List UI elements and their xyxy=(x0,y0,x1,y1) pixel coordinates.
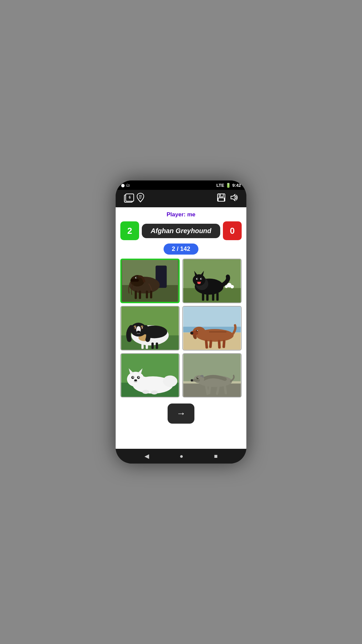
svg-point-35 xyxy=(197,282,201,284)
next-arrow-icon: → xyxy=(176,408,186,419)
svg-point-80 xyxy=(138,376,139,377)
back-nav-icon[interactable]: ◀ xyxy=(144,452,149,460)
status-left: ⬤ 🗂 xyxy=(121,183,130,187)
svg-rect-58 xyxy=(183,307,241,330)
correct-score: 2 xyxy=(120,221,139,240)
svg-point-25 xyxy=(225,285,228,288)
dog-tag-icon[interactable] xyxy=(136,193,145,205)
svg-point-74 xyxy=(163,375,177,387)
svg-rect-39 xyxy=(216,293,219,301)
player-label: Player: me xyxy=(167,211,195,218)
image-option-2[interactable] xyxy=(182,259,242,303)
svg-point-32 xyxy=(197,278,198,279)
image-option-5[interactable] xyxy=(120,353,180,398)
svg-point-66 xyxy=(190,332,193,334)
lte-label: LTE xyxy=(216,183,224,188)
image-option-3[interactable] xyxy=(120,306,180,351)
question-label: Afghan Greyhound xyxy=(142,224,220,238)
status-right: LTE 🔋 9:42 xyxy=(216,183,241,188)
svg-rect-14 xyxy=(130,279,139,282)
svg-rect-18 xyxy=(139,290,141,299)
home-nav-icon[interactable]: ● xyxy=(180,453,183,460)
svg-point-85 xyxy=(151,390,158,394)
svg-rect-19 xyxy=(146,290,148,298)
svg-rect-6 xyxy=(220,194,221,196)
menu-nav-icon[interactable]: ■ xyxy=(214,453,218,460)
progress-badge: 2 / 142 xyxy=(164,244,198,255)
svg-rect-37 xyxy=(206,293,208,301)
main-content: Player: me 2 Afghan Greyhound 0 2 / 142 xyxy=(116,207,246,449)
svg-rect-38 xyxy=(212,293,215,301)
svg-point-64 xyxy=(197,330,198,331)
svg-rect-54 xyxy=(141,342,144,349)
svg-point-51 xyxy=(135,327,136,328)
svg-point-34 xyxy=(201,278,202,279)
wrong-score: 0 xyxy=(223,221,242,240)
image-grid xyxy=(120,259,242,397)
svg-point-81 xyxy=(134,379,137,381)
clock: 9:42 xyxy=(232,183,241,188)
svg-rect-36 xyxy=(202,293,204,301)
svg-rect-20 xyxy=(150,290,153,298)
toolbar-right xyxy=(217,193,238,204)
svg-text:6: 6 xyxy=(129,196,131,199)
wallet-icon: 🗂 xyxy=(126,183,130,187)
cards-badge-icon[interactable]: 6 xyxy=(124,194,134,204)
bottom-nav: ◀ ● ■ xyxy=(116,449,246,464)
save-icon[interactable] xyxy=(217,193,226,204)
svg-point-53 xyxy=(137,331,140,333)
next-button[interactable]: → xyxy=(168,404,194,424)
svg-point-94 xyxy=(197,377,198,378)
phone-frame: ⬤ 🗂 LTE 🔋 9:42 6 xyxy=(116,180,246,464)
status-bar: ⬤ 🗂 LTE 🔋 9:42 xyxy=(116,180,246,190)
svg-point-24 xyxy=(230,285,234,288)
svg-point-52 xyxy=(142,327,143,328)
svg-point-78 xyxy=(132,376,133,377)
svg-marker-7 xyxy=(231,195,235,201)
image-option-6[interactable] xyxy=(182,353,242,398)
svg-rect-4 xyxy=(219,194,223,197)
signal-dot: ⬤ xyxy=(121,183,125,187)
toolbar-left: 6 xyxy=(124,193,145,205)
svg-rect-17 xyxy=(135,290,137,299)
image-option-4[interactable] xyxy=(182,306,242,351)
svg-point-92 xyxy=(191,379,193,381)
svg-rect-5 xyxy=(218,198,224,201)
toolbar: 6 xyxy=(116,190,246,207)
battery-icon: 🔋 xyxy=(226,183,231,188)
svg-rect-56 xyxy=(152,342,154,349)
question-row: 2 Afghan Greyhound 0 xyxy=(120,221,242,240)
image-option-1[interactable] xyxy=(120,259,180,303)
sound-icon[interactable] xyxy=(230,193,238,204)
svg-point-16 xyxy=(136,277,137,278)
svg-rect-57 xyxy=(156,342,158,349)
svg-point-84 xyxy=(142,390,149,394)
svg-rect-55 xyxy=(146,342,148,349)
svg-rect-69 xyxy=(218,340,221,348)
